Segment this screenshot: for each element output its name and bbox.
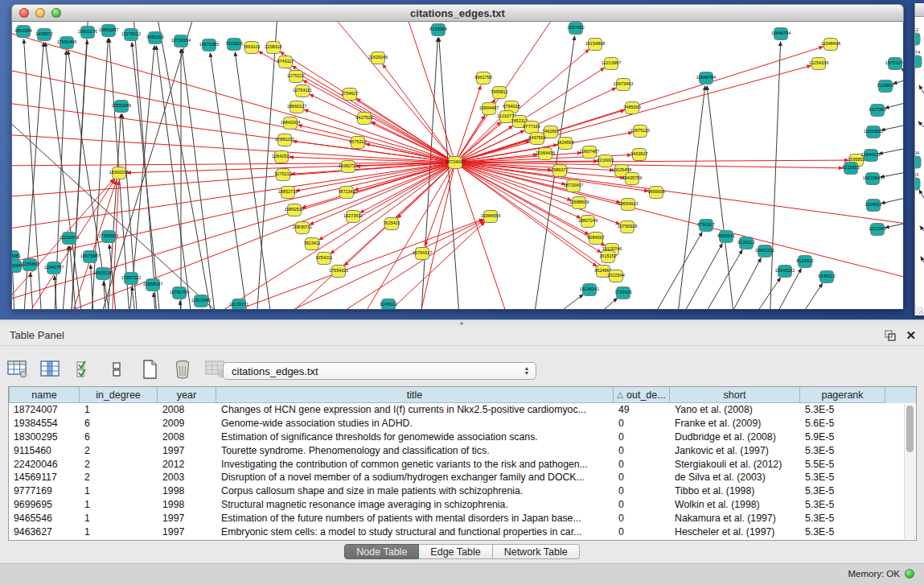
delete-column-button[interactable] (171, 358, 194, 381)
graph-node[interactable]: 18852712 (278, 187, 298, 199)
graph-node[interactable]: 18660127 (287, 101, 306, 113)
graph-node[interactable]: 9126212 (737, 237, 754, 249)
graph-node[interactable]: 8133084 (429, 24, 446, 36)
table-row[interactable]: 969969511998Structural magnetic resonanc… (9, 498, 916, 512)
table-cell[interactable]: 2008 (158, 431, 216, 444)
graph-node[interactable]: 2208316 (265, 42, 281, 54)
table-cell[interactable]: Nakamura et al. (1997) (670, 511, 800, 525)
graph-node[interactable]: 17881157 (275, 134, 294, 146)
graph-node[interactable]: 9245012 (818, 271, 835, 283)
table-cell[interactable]: 5.3E-5 (800, 498, 885, 512)
graph-node[interactable]: 2087682 (567, 23, 584, 35)
table-cell[interactable]: 0 (614, 484, 670, 498)
graph-node[interactable]: 7663102 (243, 42, 260, 54)
table-cell[interactable]: 1 (80, 525, 158, 538)
graph-node[interactable]: 19892517 (285, 204, 304, 216)
new-column-button[interactable] (138, 358, 161, 381)
graph-node[interactable]: 7462667 (542, 126, 559, 138)
graph-node[interactable]: 12254339 (809, 58, 828, 70)
table-row[interactable]: 1456911722003Disruption of a novel membe… (9, 471, 916, 484)
table-cell[interactable]: Genome-wide association studies in ADHD. (216, 417, 614, 431)
graph-node[interactable]: 19904487 (479, 103, 499, 115)
table-cell[interactable]: 1998 (158, 498, 216, 512)
graph-node[interactable]: 12754111 (293, 85, 312, 97)
graph-node[interactable]: 12923442 (191, 295, 211, 307)
graph-node[interactable]: 13505135 (93, 268, 113, 280)
table-vertical-scrollbar[interactable] (904, 404, 915, 539)
table-cell[interactable]: 0 (614, 511, 670, 525)
graph-node[interactable]: 6216001 (597, 155, 614, 167)
table-cell[interactable]: 9115460 (9, 443, 80, 457)
graph-node[interactable]: 22420046 (368, 52, 388, 64)
graph-node[interactable]: 15751074 (885, 58, 903, 70)
graph-node[interactable]: 7955812 (491, 87, 507, 99)
table-cell[interactable]: 0 (614, 417, 670, 431)
graph-node[interactable]: 20931176 (78, 27, 97, 39)
graph-node[interactable]: 10688609 (569, 197, 589, 209)
graph-node[interactable]: 7625421 (383, 218, 400, 230)
graph-node[interactable]: 12842511 (272, 151, 291, 163)
graph-node[interactable]: 19382722 (339, 161, 358, 173)
graph-node[interactable]: 9899695 (647, 187, 664, 199)
graph-node[interactable]: 9227343 (869, 105, 885, 117)
table-cell[interactable]: 2012 (158, 457, 216, 471)
graph-node[interactable]: 18807249 (578, 216, 598, 228)
graph-node[interactable]: 14842004 (281, 117, 300, 130)
graph-node[interactable]: 20364436 (536, 148, 555, 160)
graph-node[interactable]: 16992211 (755, 245, 774, 257)
citation-network-graph[interactable]: 1872400722083168746117227522712754111186… (12, 22, 903, 309)
graph-node[interactable]: 12444132 (861, 150, 881, 162)
float-panel-icon[interactable] (884, 330, 896, 341)
graph-node[interactable]: 16448794 (771, 28, 791, 40)
graph-node[interactable]: 1824554 (556, 138, 573, 150)
table-row[interactable]: 946362711997Embryonic stem cells: a mode… (9, 525, 916, 538)
table-cell[interactable]: 0 (614, 498, 670, 512)
table-cell[interactable]: Jankovic et al. (1997) (670, 443, 800, 457)
column-header-title[interactable]: title (216, 387, 614, 403)
table-cell[interactable]: Corpus callosum shape and size in male p… (216, 484, 614, 498)
table-cell[interactable]: 5.3E-5 (800, 511, 885, 525)
graph-node[interactable]: 9275212 (274, 169, 291, 181)
graph-node[interactable]: 16210643 (863, 173, 882, 185)
graph-node[interactable]: 7915526 (225, 39, 242, 51)
table-row[interactable]: 1830029562008Estimation of significance … (9, 431, 916, 444)
table-cell[interactable]: 5.3E-5 (800, 471, 885, 484)
table-cell[interactable]: 14569117 (9, 471, 80, 484)
tab-network-table[interactable]: Network Table (493, 544, 580, 559)
graph-node[interactable]: 1615152 (599, 251, 616, 263)
table-cell[interactable]: 0 (614, 457, 670, 471)
table-cell[interactable]: 22420046 (9, 457, 80, 471)
graph-node[interactable]: 9463627 (630, 149, 647, 161)
table-cell[interactable]: 1 (80, 484, 158, 498)
panel-splitter[interactable] (0, 319, 924, 325)
select-columns-button[interactable] (72, 358, 95, 381)
table-cell[interactable]: 19384554 (9, 417, 80, 431)
table-cell[interactable]: 2 (80, 471, 158, 484)
graph-node[interactable]: 19384554 (481, 211, 500, 223)
table-cell[interactable]: Stergiakouli et al. (2012) (670, 457, 800, 471)
show-columns-button[interactable] (39, 358, 62, 381)
table-cell[interactable]: 2008 (158, 403, 216, 417)
table-cell[interactable]: Franke et al. (2009) (670, 417, 800, 431)
table-cell[interactable]: 1997 (158, 511, 216, 525)
column-header-in_degree[interactable]: in_degree (80, 387, 158, 403)
graph-node[interactable]: 12975115 (630, 126, 650, 138)
tab-node-table[interactable]: Node Table (344, 544, 419, 559)
graph-node[interactable]: 7823411 (303, 238, 320, 250)
table-cell[interactable]: 5.3E-5 (800, 403, 885, 417)
graph-node[interactable]: 17359924 (99, 231, 118, 243)
graph-node[interactable]: 1405572 (35, 29, 52, 41)
graph-node[interactable]: 6961758 (474, 72, 491, 84)
graph-node[interactable]: 14671365 (199, 39, 219, 51)
graph-node[interactable]: 19273511 (343, 211, 363, 223)
graph-node[interactable]: 16154808 (585, 39, 605, 51)
graph-node[interactable]: 16958167 (143, 279, 162, 291)
table-row[interactable]: 977716911998Corpus callosum shape and si… (9, 484, 916, 498)
column-header-short[interactable]: short (670, 387, 800, 403)
graph-node[interactable]: 12093832 (864, 126, 883, 138)
column-header-year[interactable]: year (158, 387, 216, 403)
table-cell[interactable]: 9465546 (9, 511, 80, 525)
graph-node[interactable]: 9245022 (380, 299, 396, 310)
graph-node[interactable]: 19654923 (618, 199, 638, 211)
graph-node[interactable]: 6497568 (528, 133, 545, 145)
